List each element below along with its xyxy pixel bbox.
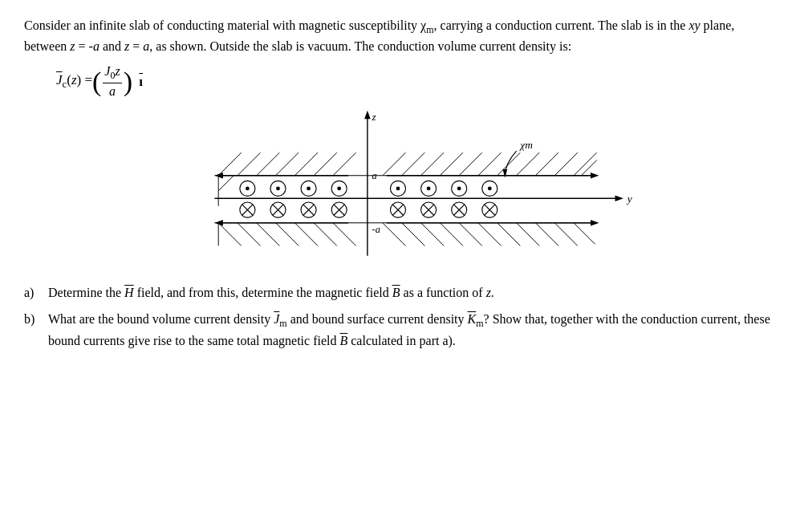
- svg-marker-99: [502, 169, 507, 177]
- svg-line-37: [383, 223, 406, 246]
- svg-line-38: [402, 223, 425, 246]
- svg-line-41: [459, 223, 482, 246]
- svg-line-42: [478, 223, 502, 246]
- right-paren: ): [124, 68, 132, 95]
- svg-line-20: [440, 153, 463, 177]
- svg-point-63: [337, 187, 341, 191]
- svg-text:-a: -a: [372, 225, 380, 236]
- svg-marker-51: [214, 220, 222, 226]
- svg-line-29: [218, 223, 242, 246]
- svg-line-24: [517, 153, 540, 177]
- svg-line-35: [333, 223, 356, 246]
- svg-line-40: [440, 223, 463, 246]
- parts-section: a) Determine the H field, and from this,…: [24, 283, 772, 351]
- formula-lhs: Jc(z) =: [56, 72, 92, 91]
- svg-text:z: z: [372, 112, 377, 124]
- diagram-svg: z y: [117, 107, 679, 267]
- numerator: J0z: [103, 64, 121, 83]
- svg-line-19: [421, 153, 445, 177]
- svg-line-47: [574, 223, 595, 245]
- svg-line-21: [459, 153, 482, 177]
- unit-vector: ı: [136, 74, 143, 90]
- svg-line-13: [314, 153, 337, 177]
- svg-line-23: [497, 153, 521, 177]
- svg-line-44: [517, 223, 540, 246]
- svg-line-12: [294, 153, 318, 177]
- svg-line-46: [554, 223, 578, 246]
- svg-point-61: [307, 187, 311, 191]
- svg-line-9: [238, 153, 261, 177]
- left-paren: (: [92, 68, 101, 95]
- part-a-label: a): [24, 283, 48, 303]
- svg-text:χm: χm: [518, 140, 533, 152]
- problem-container: Consider an infinite slab of conducting …: [24, 16, 772, 351]
- svg-marker-55: [591, 220, 599, 226]
- svg-marker-4: [615, 196, 623, 202]
- svg-marker-49: [214, 173, 222, 179]
- svg-line-14: [333, 153, 356, 177]
- part-b-row: b) What are the bound volume current den…: [24, 310, 772, 351]
- svg-line-28: [582, 160, 597, 176]
- svg-text:y: y: [626, 193, 632, 205]
- part-b-content: What are the bound volume current densit…: [48, 310, 772, 351]
- svg-line-43: [497, 223, 521, 246]
- formula-display: Jc(z) = ( J0z a ) ı: [56, 64, 772, 99]
- svg-marker-1: [364, 111, 371, 119]
- svg-point-69: [457, 187, 461, 191]
- fraction: J0z a: [103, 64, 121, 99]
- svg-line-31: [257, 223, 280, 246]
- svg-point-59: [276, 187, 280, 191]
- svg-point-67: [427, 187, 431, 191]
- svg-line-26: [554, 153, 578, 177]
- svg-line-30: [238, 223, 261, 246]
- svg-point-71: [488, 187, 492, 191]
- svg-line-32: [276, 223, 299, 246]
- svg-line-18: [402, 153, 425, 177]
- denominator: a: [108, 83, 117, 99]
- svg-line-15: [218, 176, 234, 191]
- svg-line-22: [478, 153, 502, 177]
- svg-line-34: [314, 223, 337, 246]
- svg-text:a: a: [372, 170, 377, 181]
- svg-line-8: [218, 153, 242, 177]
- svg-line-10: [257, 153, 280, 177]
- svg-line-11: [276, 153, 299, 177]
- part-b-label: b): [24, 310, 48, 351]
- diagram: z y: [117, 107, 679, 267]
- svg-line-25: [535, 153, 558, 177]
- part-a-content: Determine the H field, and from this, de…: [48, 283, 772, 303]
- svg-marker-53: [591, 173, 599, 179]
- svg-point-65: [396, 187, 400, 191]
- svg-line-33: [294, 223, 318, 246]
- svg-line-39: [421, 223, 445, 246]
- svg-line-45: [535, 223, 558, 246]
- svg-point-57: [246, 187, 250, 191]
- svg-line-17: [383, 153, 406, 177]
- part-a-row: a) Determine the H field, and from this,…: [24, 283, 772, 303]
- intro-text: Consider an infinite slab of conducting …: [24, 16, 772, 56]
